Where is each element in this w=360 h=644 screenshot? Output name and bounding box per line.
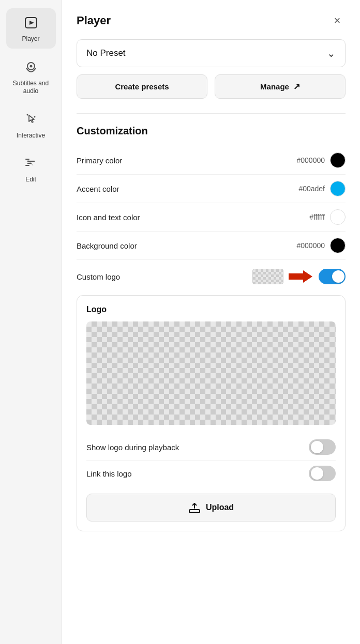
icon-text-color-row: Icon and text color #ffffff — [77, 203, 346, 232]
svg-point-5 — [34, 116, 35, 117]
logo-panel-title: Logo — [86, 305, 336, 314]
sidebar-item-subtitles-label: Subtitles and audio — [10, 80, 52, 96]
sidebar-item-player-label: Player — [22, 35, 39, 43]
icon-text-color-hex: #ffffff — [309, 213, 325, 221]
sidebar-item-edit-label: Edit — [25, 176, 36, 184]
sidebar-item-interactive[interactable]: Interactive — [6, 105, 56, 145]
svg-point-4 — [26, 114, 28, 115]
customization-section: Customization Primary color #000000 Acce… — [77, 125, 346, 531]
link-logo-row: Link this logo — [86, 461, 336, 486]
show-logo-label: Show logo during playback — [86, 443, 179, 452]
background-color-controls: #000000 — [296, 238, 346, 253]
background-color-row: Background color #000000 — [77, 232, 346, 260]
arrow-annotation — [252, 267, 313, 286]
panel-header: Player × — [77, 12, 346, 29]
primary-color-controls: #000000 — [296, 152, 346, 168]
show-logo-row: Show logo during playback — [86, 434, 336, 461]
toggle-knob — [332, 270, 344, 283]
primary-color-hex: #000000 — [296, 156, 325, 164]
player-icon — [22, 13, 40, 32]
sidebar: Player Subtitles and audio Interactive — [0, 0, 62, 644]
svg-marker-1 — [29, 21, 34, 25]
preset-dropdown[interactable]: No Preset ⌄ — [77, 39, 346, 67]
icon-text-color-controls: #ffffff — [309, 209, 346, 225]
accent-color-controls: #00adef — [298, 181, 346, 196]
chevron-down-icon: ⌄ — [327, 47, 336, 59]
custom-logo-row: Custom logo — [77, 260, 346, 293]
show-logo-toggle-knob — [311, 441, 323, 453]
close-button[interactable]: × — [329, 12, 346, 29]
external-link-icon: ↗ — [293, 82, 300, 91]
sidebar-item-edit[interactable]: Edit — [6, 149, 56, 189]
page-title: Player — [77, 14, 111, 27]
primary-color-label: Primary color — [77, 156, 122, 165]
red-arrow-icon — [287, 267, 313, 286]
logo-upload-area[interactable] — [86, 321, 336, 425]
create-presets-label: Create presets — [115, 82, 169, 91]
svg-rect-11 — [190, 510, 199, 512]
edit-icon — [22, 154, 40, 173]
link-logo-label: Link this logo — [86, 469, 132, 478]
interactive-icon — [22, 110, 40, 129]
icon-text-color-label: Icon and text color — [77, 213, 140, 222]
accent-color-label: Accent color — [77, 185, 119, 193]
preset-dropdown-label: No Preset — [86, 48, 126, 58]
sidebar-item-player[interactable]: Player — [6, 8, 56, 49]
upload-label: Upload — [206, 503, 234, 512]
show-logo-toggle[interactable] — [309, 439, 336, 455]
sidebar-item-subtitles[interactable]: Subtitles and audio — [6, 53, 56, 101]
primary-color-row: Primary color #000000 — [77, 146, 346, 175]
background-color-label: Background color — [77, 241, 137, 250]
accent-color-swatch[interactable] — [330, 181, 346, 196]
create-presets-button[interactable]: Create presets — [77, 74, 207, 99]
section-divider — [77, 113, 346, 114]
upload-button[interactable]: Upload — [86, 494, 336, 522]
customization-title: Customization — [77, 125, 346, 137]
subtitles-icon — [22, 58, 40, 76]
sidebar-item-interactive-label: Interactive — [17, 132, 45, 140]
preset-buttons-row: Create presets Manage ↗ — [77, 74, 346, 99]
custom-logo-controls — [252, 267, 346, 286]
background-color-hex: #000000 — [296, 241, 325, 250]
logo-panel: Logo Show logo during playback Link this… — [77, 295, 346, 531]
svg-marker-9 — [289, 270, 312, 283]
primary-color-swatch[interactable] — [330, 152, 346, 168]
main-panel: Player × No Preset ⌄ Create presets Mana… — [62, 0, 360, 644]
icon-text-color-swatch[interactable] — [330, 209, 346, 225]
custom-logo-toggle[interactable] — [319, 269, 346, 284]
link-logo-toggle-knob — [311, 467, 323, 480]
upload-icon — [188, 501, 201, 514]
background-color-swatch[interactable] — [330, 238, 346, 253]
custom-logo-label: Custom logo — [77, 272, 120, 281]
accent-color-row: Accent color #00adef — [77, 175, 346, 203]
link-logo-toggle[interactable] — [309, 466, 336, 481]
manage-button[interactable]: Manage ↗ — [215, 74, 346, 99]
svg-point-3 — [29, 65, 32, 67]
accent-color-hex: #00adef — [298, 185, 325, 193]
manage-label: Manage — [260, 82, 289, 91]
logo-thumbnail-checker — [252, 269, 283, 284]
